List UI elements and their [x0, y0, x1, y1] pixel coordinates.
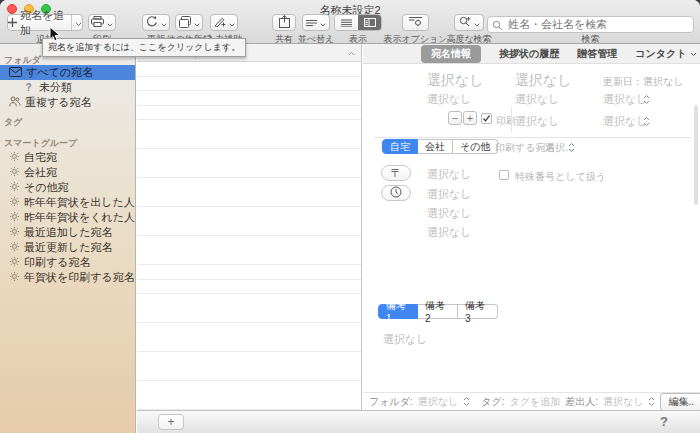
sidebar-item-all-recipients[interactable]: すべての宛名	[0, 65, 135, 80]
chevron-down-icon	[690, 48, 697, 59]
sidebar-item-recently-updated[interactable]: 最近更新した宛名	[0, 240, 135, 255]
sender-select[interactable]: 選択なし	[603, 395, 643, 409]
chevron-down-icon	[229, 17, 235, 29]
sender-label: 差出人:	[565, 395, 598, 409]
other-books-button[interactable]	[175, 14, 203, 31]
sidebar-item-label: 会社宛	[24, 165, 57, 180]
sidebar-item-unclassified[interactable]: ? 未分類	[0, 80, 135, 95]
first-name-kana-field[interactable]: 選択なし	[515, 92, 560, 107]
sidebar-header-smart-groups: スマートグループ	[0, 138, 135, 148]
update-button[interactable]	[142, 14, 170, 31]
notes-tabs: 備考1 備考2 備考3	[378, 304, 498, 319]
sort-direction-icon[interactable]	[348, 48, 355, 58]
special-number-checkbox[interactable]	[499, 170, 509, 180]
address-line-2-field[interactable]: 選択なし	[427, 206, 472, 221]
view-split-segment[interactable]	[358, 15, 381, 30]
sidebar-header-tags: タグ	[0, 117, 135, 127]
postal-code-field[interactable]: 選択なし	[427, 167, 472, 182]
sidebar-item-label: すべての宛名	[26, 65, 93, 80]
tab-gift-management[interactable]: 贈答管理	[577, 47, 617, 61]
list-gear-icon	[409, 16, 422, 29]
sidebar-item-nenga-to-print[interactable]: 年賀状を印刷する宛名	[0, 270, 135, 285]
sidebar-item-home[interactable]: 自宅宛	[0, 150, 135, 165]
honorific-select[interactable]: 選択なし	[603, 92, 648, 107]
tab-note-1[interactable]: 備考1	[378, 304, 418, 319]
stepper-icon[interactable]	[568, 139, 575, 157]
add-row-button[interactable]: +	[158, 414, 184, 430]
sidebar-item-duplicates[interactable]: 重複する宛名	[0, 95, 135, 110]
sidebar-item-label: 年賀状を印刷する宛名	[24, 270, 135, 285]
clock-icon	[390, 186, 402, 200]
segment-company[interactable]: 会社	[418, 139, 453, 154]
sidebar-item-label: 印刷する宛名	[24, 255, 91, 270]
address-line-3-field[interactable]: 選択なし	[427, 225, 472, 240]
gear-icon	[9, 226, 20, 239]
sidebar-item-other[interactable]: その他宛	[0, 180, 135, 195]
postal-mark-label: 〒	[391, 166, 402, 181]
divider	[71, 15, 72, 30]
sidebar-item-company[interactable]: 会社宛	[0, 165, 135, 180]
postal-code-button[interactable]: 〒	[381, 165, 411, 181]
advanced-search-button[interactable]	[454, 14, 484, 31]
add-joint-name-button[interactable]: +	[463, 111, 477, 125]
recipient-list-rows[interactable]	[137, 62, 361, 410]
address-line-1-field[interactable]: 選択なし	[427, 187, 472, 202]
joint-name-field[interactable]: 選択なし	[515, 114, 560, 129]
refresh-icon	[146, 16, 158, 29]
gear-icon	[9, 271, 20, 284]
print-group: 印刷	[88, 14, 116, 31]
phone-history-button[interactable]	[381, 185, 411, 201]
sort-button[interactable]	[302, 14, 330, 31]
folder-select[interactable]: 選択なし	[418, 395, 458, 409]
note-field[interactable]: 選択なし	[383, 332, 428, 347]
chevron-down-icon[interactable]	[75, 17, 82, 29]
add-recipient-button[interactable]: 宛名を追加	[7, 14, 83, 31]
search-group: 検索	[487, 14, 694, 33]
segment-home[interactable]: 自宅	[382, 139, 418, 154]
sidebar-item-received-last-year[interactable]: 昨年年賀状をくれた人	[0, 210, 135, 225]
question-icon: ?	[22, 82, 35, 93]
print-button[interactable]	[88, 14, 116, 31]
tab-note-3[interactable]: 備考3	[458, 304, 498, 319]
sidebar: フォルダ すべての宛名 ? 未分類 重複する宛名 タグ スマートグループ 自宅宛…	[0, 44, 136, 433]
view-segmented-control	[334, 14, 382, 31]
print-checkbox[interactable]	[481, 113, 492, 124]
view-options-button[interactable]	[402, 14, 429, 31]
gear-icon	[9, 241, 20, 254]
tab-note-2[interactable]: 備考2	[418, 304, 458, 319]
joint-honorific-select[interactable]: 選択なし	[603, 114, 648, 129]
last-name-field[interactable]: 選択なし	[427, 72, 484, 90]
gear-icon	[9, 151, 20, 164]
edit-sender-button[interactable]: 編集..	[660, 393, 700, 411]
help-button[interactable]: ?	[660, 414, 668, 429]
gear-icon	[9, 181, 20, 194]
stepper-icon[interactable]	[643, 91, 650, 109]
search-input[interactable]	[487, 16, 694, 33]
remove-joint-name-button[interactable]: −	[448, 111, 462, 125]
tab-recipient-info[interactable]: 宛名情報	[421, 45, 481, 63]
share-icon	[279, 15, 290, 30]
plus-icon	[8, 17, 17, 29]
stepper-icon[interactable]	[643, 113, 650, 131]
scrollbar-thumb[interactable]	[694, 105, 698, 205]
share-button[interactable]	[272, 14, 296, 31]
view-list-segment[interactable]	[335, 15, 358, 30]
segment-other[interactable]: その他	[453, 139, 498, 154]
sidebar-item-to-print[interactable]: 印刷する宛名	[0, 255, 135, 270]
stepper-icon[interactable]	[648, 396, 655, 409]
sidebar-item-recently-added[interactable]: 最近追加した宛名	[0, 225, 135, 240]
sidebar-item-sent-last-year[interactable]: 昨年年賀状を出した人	[0, 195, 135, 210]
tag-add-field[interactable]: タグを追加	[509, 395, 560, 409]
input-assist-button[interactable]	[210, 14, 238, 31]
tab-contact[interactable]: コンタクト	[635, 47, 697, 61]
stepper-icon[interactable]	[463, 396, 470, 409]
detail-pane: 宛名情報 挨拶状の履歴 贈答管理 コンタクト 選択なし 選択なし 更新日：選択な…	[363, 44, 700, 410]
updated-date-label: 更新日：選択なし	[603, 75, 683, 89]
divider	[363, 392, 700, 393]
last-name-kana-field[interactable]: 選択なし	[427, 92, 472, 107]
tab-greeting-history[interactable]: 挨拶状の履歴	[499, 47, 559, 61]
chevron-down-icon	[474, 17, 480, 29]
sidebar-item-label: その他宛	[24, 180, 69, 195]
gear-icon	[9, 256, 20, 269]
first-name-field[interactable]: 選択なし	[515, 72, 572, 90]
